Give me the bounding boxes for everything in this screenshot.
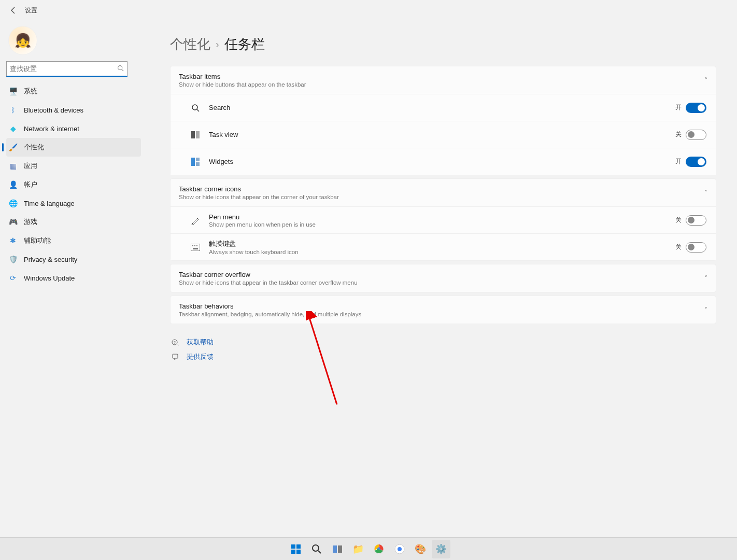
update-icon: ⟳ [8, 273, 18, 283]
svg-rect-2 [191, 131, 195, 138]
svg-rect-11 [193, 248, 198, 249]
taskbar-settings[interactable]: ⚙️ [432, 540, 450, 558]
svg-rect-19 [296, 550, 301, 554]
taskbar-chrome1[interactable] [370, 540, 388, 558]
sidebar-item-label: 系统 [24, 87, 37, 96]
section-title: Taskbar corner icons [179, 185, 704, 193]
row-label: Search [209, 104, 675, 111]
section-desc: Show or hide icons that appear on the co… [179, 194, 704, 200]
section-header-corner[interactable]: Taskbar corner iconsShow or hide icons t… [171, 179, 716, 206]
taskbar-chrome2[interactable] [390, 540, 409, 558]
toggle-widgets[interactable] [686, 157, 706, 167]
section-corner: Taskbar corner iconsShow or hide icons t… [170, 178, 716, 261]
gaming-icon: 🎮 [8, 217, 18, 227]
feedback-icon [170, 353, 181, 361]
sidebar-item-bluetooth[interactable]: ᛒBluetooth & devices [6, 101, 141, 119]
feedback-link[interactable]: 提供反馈 [170, 352, 716, 361]
row-label: Pen menu [209, 213, 675, 221]
sidebar-item-accounts[interactable]: 👤帐户 [6, 175, 141, 194]
svg-rect-3 [196, 131, 200, 138]
search-box[interactable] [6, 61, 127, 77]
taskbar-taskview[interactable] [328, 540, 347, 558]
section-behaviors: Taskbar behaviorsTaskbar alignment, badg… [170, 296, 716, 324]
toggle-pen[interactable] [686, 215, 706, 226]
section-title: Taskbar behaviors [179, 302, 704, 310]
svg-point-0 [118, 65, 122, 69]
taskbar-search[interactable] [307, 540, 326, 558]
sidebar-item-label: Privacy & security [24, 256, 77, 263]
accounts-icon: 👤 [8, 180, 18, 189]
user-avatar[interactable]: 👧 [8, 26, 37, 55]
breadcrumb-parent[interactable]: 个性化 [170, 35, 210, 53]
window-header: 设置 [0, 0, 737, 21]
search-input[interactable] [10, 65, 117, 73]
chevron-up-icon: ˄ [704, 189, 707, 197]
row-touchkb: 触摸键盘Always show touch keyboard icon关 [171, 233, 716, 260]
sidebar-item-accessibility[interactable]: ✱辅助功能 [6, 231, 141, 250]
sidebar-item-apps[interactable]: ▦应用 [6, 157, 141, 175]
row-taskview: Task view关 [171, 121, 716, 148]
svg-rect-17 [296, 544, 301, 549]
section-header-items[interactable]: Taskbar itemsShow or hide buttons that a… [171, 66, 716, 94]
svg-rect-4 [191, 158, 195, 166]
toggle-state-label: 关 [675, 216, 682, 225]
toggle-search[interactable] [686, 103, 706, 113]
row-label: Widgets [209, 158, 675, 165]
toggle-state-label: 开 [675, 103, 682, 112]
taskbar-start[interactable] [287, 540, 305, 558]
privacy-icon: 🛡️ [8, 255, 18, 264]
back-button[interactable] [7, 4, 20, 17]
sidebar-item-personalization[interactable]: 🖌️个性化 [6, 138, 141, 157]
section-header-overflow[interactable]: Taskbar corner overflowShow or hide icon… [171, 264, 716, 292]
svg-text:?: ? [174, 341, 176, 344]
svg-rect-16 [291, 544, 295, 549]
personalization-icon: 🖌️ [8, 143, 18, 152]
sidebar-item-label: 个性化 [24, 143, 44, 152]
section-desc: Show or hide icons that appear in the ta… [179, 279, 704, 286]
chevron-down-icon: ˅ [704, 306, 707, 314]
chevron-up-icon: ˄ [704, 77, 707, 84]
section-title: Taskbar items [179, 73, 704, 80]
sidebar-item-system[interactable]: 🖥️系统 [6, 82, 141, 101]
network-icon: ◆ [8, 124, 18, 133]
sidebar-item-label: 帐户 [24, 180, 37, 189]
svg-point-8 [192, 245, 193, 246]
breadcrumb-sep: › [216, 38, 219, 50]
svg-point-1 [192, 105, 197, 110]
toggle-state-label: 关 [675, 130, 682, 139]
sidebar: 👧 🖥️系统ᛒBluetooth & devices◆Network & int… [0, 21, 155, 560]
get-help-link[interactable]: ? 获取帮助 [170, 338, 716, 347]
taskbar-paint[interactable]: 🎨 [411, 540, 430, 558]
help-icon: ? [170, 338, 181, 346]
feedback-label: 提供反馈 [187, 352, 214, 361]
search-icon [117, 65, 124, 73]
breadcrumb: 个性化 › 任务栏 [170, 35, 716, 53]
sidebar-item-update[interactable]: ⟳Windows Update [6, 269, 141, 287]
keyboard-icon [190, 244, 201, 251]
section-items: Taskbar itemsShow or hide buttons that a… [170, 66, 716, 175]
svg-rect-14 [173, 354, 178, 358]
sidebar-item-gaming[interactable]: 🎮游戏 [6, 213, 141, 231]
section-header-behaviors[interactable]: Taskbar behaviorsTaskbar alignment, badg… [171, 296, 716, 324]
svg-rect-6 [196, 162, 200, 166]
get-help-label: 获取帮助 [187, 338, 214, 347]
search-icon [190, 104, 201, 112]
system-taskbar: 📁 🎨 ⚙️ [0, 537, 737, 560]
row-label: Task view [209, 131, 675, 138]
main-content: 个性化 › 任务栏 Taskbar itemsShow or hide butt… [155, 21, 737, 560]
window-title: 设置 [25, 6, 37, 15]
toggle-touchkb[interactable] [686, 242, 706, 253]
svg-rect-18 [291, 550, 295, 554]
chevron-down-icon: ˅ [704, 275, 707, 282]
pen-icon [190, 216, 201, 225]
svg-rect-5 [196, 158, 200, 161]
row-search: Search开 [171, 94, 716, 121]
sidebar-item-network[interactable]: ◆Network & internet [6, 119, 141, 138]
sidebar-item-label: Time & language [24, 200, 75, 207]
taskbar-explorer[interactable]: 📁 [349, 540, 367, 558]
toggle-taskview[interactable] [686, 130, 706, 140]
sidebar-item-time[interactable]: 🌐Time & language [6, 194, 141, 213]
accessibility-icon: ✱ [8, 236, 18, 245]
help-links: ? 获取帮助 提供反馈 [170, 338, 716, 361]
sidebar-item-privacy[interactable]: 🛡️Privacy & security [6, 250, 141, 269]
